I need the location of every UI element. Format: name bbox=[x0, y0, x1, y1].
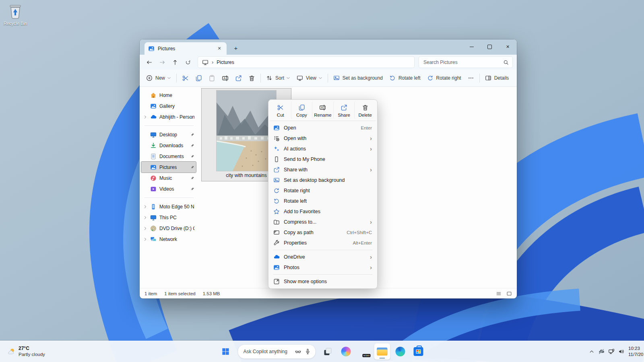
home-icon bbox=[150, 92, 157, 99]
list-view-icon[interactable] bbox=[496, 291, 502, 296]
rotate-right-button[interactable]: Rotate right bbox=[424, 72, 464, 84]
sidebar-item-music[interactable]: Music bbox=[141, 173, 196, 183]
new-tab-button[interactable]: + bbox=[231, 43, 241, 53]
search-box[interactable] bbox=[419, 56, 513, 68]
close-button[interactable]: × bbox=[499, 39, 517, 54]
m365-copilot-button[interactable]: M365 bbox=[356, 343, 372, 360]
sidebar-item-label: Network bbox=[159, 237, 194, 242]
share-button[interactable] bbox=[232, 72, 245, 84]
sidebar-item-videos[interactable]: Videos bbox=[141, 183, 196, 194]
edge-button[interactable] bbox=[392, 343, 409, 360]
breadcrumb-location[interactable]: Pictures bbox=[217, 60, 234, 65]
cut-button[interactable] bbox=[179, 72, 192, 84]
microsoft-store-button[interactable] bbox=[411, 343, 427, 360]
refresh-button[interactable] bbox=[182, 57, 194, 68]
share-button[interactable]: Share bbox=[333, 101, 355, 119]
divider bbox=[273, 274, 372, 275]
sort-button[interactable]: Sort bbox=[263, 72, 293, 84]
sidebar-item-downloads[interactable]: Downloads bbox=[141, 140, 196, 151]
rotate-left-button[interactable]: Rotate left bbox=[386, 72, 424, 84]
sidebar-item-phone[interactable]: Moto Edge 50 Neo bbox=[141, 201, 196, 212]
sidebar-item-documents[interactable]: Documents bbox=[141, 151, 196, 162]
menu-item-onedrive[interactable]: OneDrive › bbox=[270, 252, 376, 262]
menu-item-rotate-right[interactable]: Rotate right bbox=[270, 185, 376, 196]
menu-item-copy-as-path[interactable]: Copy as path Ctrl+Shift+C bbox=[270, 227, 376, 238]
submenu-chevron-icon: › bbox=[370, 265, 372, 270]
ethernet-icon[interactable] bbox=[608, 348, 615, 355]
sidebar-item-onedrive[interactable]: Abhijith - Personal bbox=[141, 111, 196, 122]
menu-item-show-more-options[interactable]: Show more options bbox=[270, 276, 376, 287]
speaker-icon[interactable] bbox=[618, 348, 625, 355]
breadcrumb[interactable]: › Pictures bbox=[198, 56, 415, 68]
submenu-chevron-icon: › bbox=[370, 254, 372, 260]
sidebar-item-desktop[interactable]: Desktop bbox=[141, 129, 196, 140]
onedrive-paused-icon[interactable] bbox=[598, 348, 605, 355]
menu-item-open[interactable]: Open Enter bbox=[270, 123, 376, 133]
copilot-search-box[interactable] bbox=[238, 344, 316, 359]
divider bbox=[176, 74, 177, 82]
menu-item-compress-to[interactable]: Compress to... › bbox=[270, 217, 376, 227]
sidebar-item-home[interactable]: Home bbox=[141, 90, 196, 101]
menu-item-open-with[interactable]: Open with › bbox=[270, 133, 376, 144]
minimize-button[interactable] bbox=[462, 39, 481, 54]
delete-button[interactable]: Delete bbox=[354, 101, 376, 119]
details-button[interactable]: Details bbox=[482, 72, 512, 84]
menu-item-set-desktop-background[interactable]: Set as desktop background bbox=[270, 175, 376, 185]
weather-widget[interactable]: 27°C Partly cloudy bbox=[5, 341, 47, 362]
wrench-icon bbox=[273, 240, 280, 246]
menu-item-send-to-phone[interactable]: Send to My Phone bbox=[270, 154, 376, 165]
pin-icon bbox=[190, 144, 194, 148]
recycle-bin-label: Recycle Bin bbox=[4, 21, 27, 26]
copy-icon bbox=[298, 104, 305, 111]
copy-button[interactable]: Copy bbox=[291, 101, 312, 119]
recycle-bin-icon bbox=[7, 2, 23, 20]
cut-button[interactable]: Cut bbox=[270, 101, 291, 119]
copilot-app-button[interactable] bbox=[338, 343, 354, 360]
sidebar-item-pictures[interactable]: Pictures bbox=[141, 162, 196, 173]
menu-item-photos[interactable]: Photos › bbox=[270, 262, 376, 273]
pin-icon bbox=[190, 165, 194, 169]
menu-item-properties[interactable]: Properties Alt+Enter bbox=[270, 238, 376, 248]
maximize-button[interactable] bbox=[481, 39, 499, 54]
menu-item-share-with[interactable]: Share with › bbox=[270, 165, 376, 175]
menu-item-ai-actions[interactable]: AI actions › bbox=[270, 144, 376, 154]
rename-button[interactable]: Rename bbox=[312, 101, 333, 119]
thumbnail-view-icon[interactable] bbox=[506, 291, 512, 296]
sidebar-item-network[interactable]: Network bbox=[141, 234, 196, 245]
back-button[interactable] bbox=[144, 57, 155, 68]
tab-pictures[interactable]: Pictures × bbox=[144, 42, 227, 55]
start-button[interactable] bbox=[218, 343, 234, 360]
tab-bar: Pictures × + × bbox=[140, 39, 517, 55]
file-explorer-button[interactable] bbox=[374, 343, 390, 360]
sidebar-item-gallery[interactable]: Gallery bbox=[141, 101, 196, 111]
menu-item-label: AI actions bbox=[284, 146, 366, 152]
search-input[interactable] bbox=[423, 59, 501, 66]
sidebar-item-dvd-drive[interactable]: DVD Drive (D:) CCC bbox=[141, 223, 196, 234]
paste-button[interactable] bbox=[205, 72, 219, 84]
hidden-icons-chevron-icon[interactable] bbox=[589, 349, 594, 354]
windows-logo-icon bbox=[222, 348, 230, 356]
see-more-button[interactable] bbox=[464, 72, 477, 84]
share-label: Share bbox=[338, 113, 350, 117]
up-button[interactable] bbox=[169, 57, 181, 68]
rename-button[interactable] bbox=[219, 72, 232, 84]
copilot-search-input[interactable] bbox=[243, 348, 292, 355]
set-as-background-button[interactable]: Set as background bbox=[330, 72, 386, 84]
recycle-bin[interactable]: Recycle Bin bbox=[2, 2, 28, 26]
forward-button[interactable] bbox=[157, 57, 168, 68]
share-icon bbox=[341, 104, 347, 111]
menu-item-add-to-favorites[interactable]: Add to Favorites bbox=[270, 206, 376, 217]
sort-label: Sort bbox=[275, 76, 284, 80]
sidebar-item-label: This PC bbox=[159, 215, 194, 220]
new-button[interactable]: New bbox=[143, 72, 174, 84]
task-view-button[interactable] bbox=[320, 343, 336, 360]
sidebar-item-label: Downloads bbox=[159, 143, 188, 148]
copy-button[interactable] bbox=[192, 72, 205, 84]
clock[interactable]: 10:23 11/7/2025 bbox=[628, 346, 643, 358]
tab-close-icon[interactable]: × bbox=[216, 45, 223, 52]
rotate-left-icon bbox=[389, 75, 396, 81]
sidebar-item-this-pc[interactable]: This PC bbox=[141, 212, 196, 223]
menu-item-rotate-left[interactable]: Rotate left bbox=[270, 196, 376, 206]
delete-button[interactable] bbox=[245, 72, 258, 84]
view-button[interactable]: View bbox=[293, 72, 326, 84]
